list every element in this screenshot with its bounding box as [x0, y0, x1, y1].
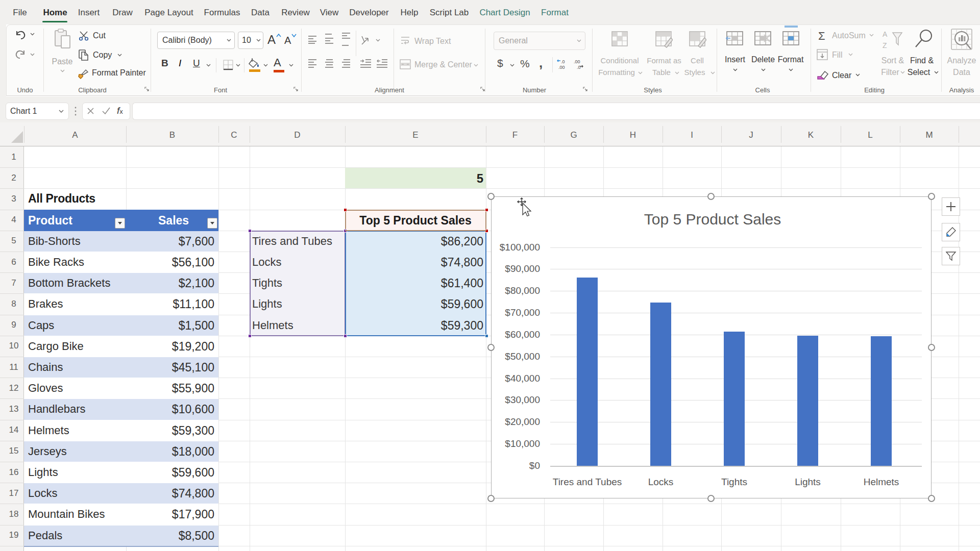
svg-text:.00: .00: [574, 59, 580, 64]
svg-text:.0: .0: [561, 59, 565, 64]
svg-text:A: A: [883, 30, 888, 38]
svg-text:.00: .00: [558, 65, 565, 70]
svg-text:.0: .0: [577, 65, 581, 70]
svg-text:Z: Z: [883, 41, 887, 49]
